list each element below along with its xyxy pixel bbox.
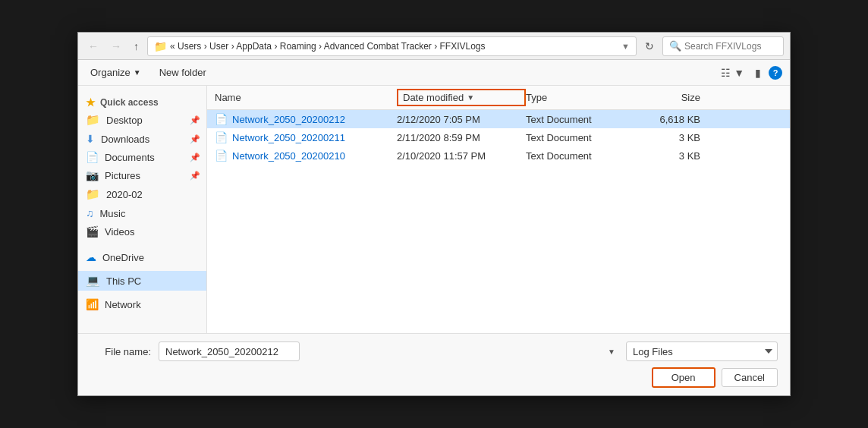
pin-icon: 📌	[190, 153, 200, 162]
file-list-header: Name Date modified ▼ Type Size	[207, 86, 790, 110]
organize-button[interactable]: Organize ▼	[86, 65, 146, 80]
file-name-cell: 📄 Network_2050_20200211	[215, 131, 397, 143]
bottom-bar: File name: ▼ Log Files Open Cancel	[78, 333, 790, 395]
view-button[interactable]: ☷ ▼	[718, 65, 747, 80]
cancel-button[interactable]: Cancel	[722, 368, 778, 387]
search-box[interactable]: 🔍	[662, 36, 784, 56]
star-icon: ★	[86, 96, 96, 109]
video-icon: 🎬	[86, 225, 99, 238]
file-date-cell: 2/10/2020 11:57 PM	[397, 150, 526, 162]
sidebar-item-this-pc[interactable]: 💻 This PC	[78, 271, 206, 291]
pin-icon: 📌	[190, 115, 200, 125]
file-doc-icon: 📄	[215, 131, 228, 143]
address-dropdown-icon: ▼	[621, 42, 630, 51]
file-type-cell: Text Document	[526, 114, 640, 125]
file-list: 📄 Network_2050_20200212 2/12/2020 7:05 P…	[207, 110, 790, 333]
document-icon: 📄	[86, 151, 99, 163]
address-bar[interactable]: 📁 « Users › User › AppData › Roaming › A…	[147, 36, 637, 56]
refresh-button[interactable]: ↻	[641, 39, 658, 54]
folder-icon: 📁	[154, 40, 167, 52]
column-header-name[interactable]: Name	[215, 92, 397, 103]
filename-input-wrapper: ▼	[159, 341, 618, 361]
file-doc-icon: 📄	[215, 149, 228, 162]
file-row[interactable]: 📄 Network_2050_20200210 2/10/2020 11:57 …	[207, 146, 790, 165]
file-doc-icon: 📄	[215, 113, 228, 125]
file-size-cell: 3 KB	[640, 132, 700, 143]
preview-button[interactable]: ▮	[752, 65, 764, 80]
file-type-cell: Text Document	[526, 132, 640, 143]
back-button[interactable]: ←	[84, 39, 102, 54]
music-icon: ♫	[86, 207, 94, 219]
column-header-type[interactable]: Type	[526, 92, 640, 103]
search-input[interactable]	[684, 41, 775, 52]
column-header-date[interactable]: Date modified ▼	[397, 89, 526, 106]
sidebar: ★ Quick access 📁 Desktop 📌 ⬇ Downloads 📌…	[78, 86, 207, 333]
new-folder-button[interactable]: New folder	[155, 65, 211, 80]
sidebar-item-2020-02[interactable]: 📁 2020-02	[78, 184, 206, 204]
organize-label: Organize	[90, 67, 131, 78]
sidebar-item-network[interactable]: 📶 Network	[78, 295, 206, 313]
network-icon: 📶	[86, 298, 99, 310]
sidebar-item-pictures[interactable]: 📷 Pictures 📌	[78, 166, 206, 184]
pin-icon: 📌	[190, 134, 200, 144]
breadcrumb: « Users › User › AppData › Roaming › Adv…	[170, 41, 486, 52]
file-size-cell: 3 KB	[640, 150, 700, 162]
pc-icon: 💻	[86, 274, 100, 288]
file-date-cell: 2/11/2020 8:59 PM	[397, 132, 526, 143]
toolbar: Organize ▼ New folder ☷ ▼ ▮ ?	[78, 60, 790, 86]
sidebar-item-documents[interactable]: 📄 Documents 📌	[78, 148, 206, 166]
up-button[interactable]: ↑	[130, 39, 143, 54]
filename-row: File name: ▼ Log Files	[90, 341, 778, 361]
file-type-cell: Text Document	[526, 150, 640, 162]
file-size-cell: 6,618 KB	[640, 114, 700, 125]
forward-button[interactable]: →	[107, 39, 125, 54]
sidebar-item-desktop[interactable]: 📁 Desktop 📌	[78, 110, 206, 130]
file-name-cell: 📄 Network_2050_20200210	[215, 149, 397, 162]
sidebar-item-videos[interactable]: 🎬 Videos	[78, 222, 206, 241]
new-folder-label: New folder	[159, 67, 206, 78]
cloud-icon: ☁	[86, 251, 96, 263]
file-open-dialog: ← → ↑ 📁 « Users › User › AppData › Roami…	[77, 32, 791, 396]
open-button[interactable]: Open	[652, 367, 715, 388]
filename-label: File name:	[90, 346, 151, 357]
folder-icon: 📁	[86, 187, 100, 201]
download-icon: ⬇	[86, 133, 95, 145]
file-date-cell: 2/12/2020 7:05 PM	[397, 114, 526, 125]
search-icon: 🔍	[669, 40, 681, 52]
filetype-select[interactable]: Log Files	[626, 341, 778, 361]
sort-arrow-icon: ▼	[467, 93, 474, 102]
organize-dropdown-icon: ▼	[134, 68, 141, 77]
help-button[interactable]: ?	[769, 66, 782, 80]
file-row[interactable]: 📄 Network_2050_20200211 2/11/2020 8:59 P…	[207, 128, 790, 146]
toolbar-right: ☷ ▼ ▮ ?	[718, 65, 782, 80]
titlebar: ← → ↑ 📁 « Users › User › AppData › Roami…	[78, 33, 790, 60]
quick-access-label: ★ Quick access	[78, 92, 206, 110]
picture-icon: 📷	[86, 169, 99, 181]
filename-input[interactable]	[159, 341, 300, 361]
file-row[interactable]: 📄 Network_2050_20200212 2/12/2020 7:05 P…	[207, 110, 790, 128]
file-area: Name Date modified ▼ Type Size 📄 Network…	[207, 86, 790, 333]
file-name-cell: 📄 Network_2050_20200212	[215, 113, 397, 125]
action-row: Open Cancel	[90, 367, 778, 388]
sidebar-item-onedrive[interactable]: ☁ OneDrive	[78, 248, 206, 266]
pin-icon: 📌	[190, 171, 200, 181]
filename-dropdown-icon: ▼	[608, 348, 615, 356]
folder-icon: 📁	[86, 113, 100, 127]
sidebar-item-downloads[interactable]: ⬇ Downloads 📌	[78, 130, 206, 148]
main-content: ★ Quick access 📁 Desktop 📌 ⬇ Downloads 📌…	[78, 86, 790, 333]
column-header-size[interactable]: Size	[640, 92, 700, 103]
sidebar-item-music[interactable]: ♫ Music	[78, 204, 206, 222]
